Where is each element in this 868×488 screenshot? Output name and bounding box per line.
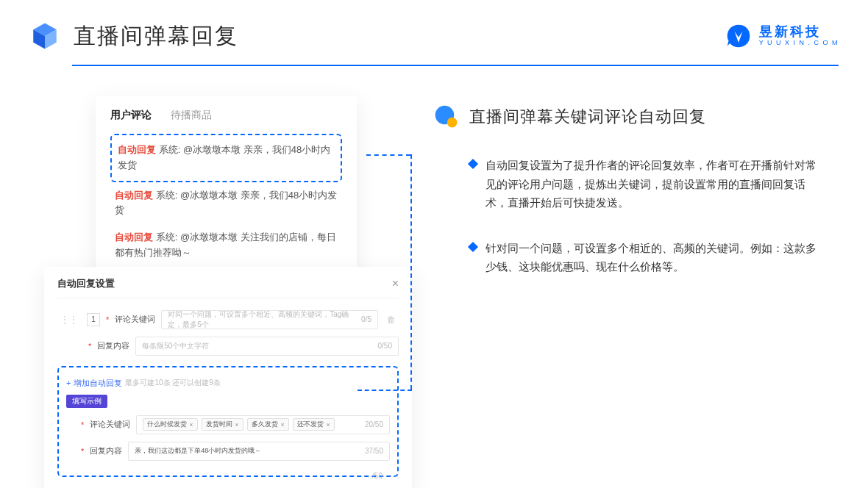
bullet-item: 自动回复设置为了提升作者的评论回复效率，作者可在开播前针对常见的评论用户问题，提… bbox=[434, 156, 839, 212]
keyword-tag[interactable]: 发货时间 bbox=[202, 418, 243, 431]
content-label: 回复内容 bbox=[97, 340, 129, 351]
auto-reply-label: 自动回复 bbox=[115, 232, 153, 243]
keyword-tag[interactable]: 多久发货 bbox=[247, 418, 288, 431]
chat-bubble-icon bbox=[434, 104, 459, 129]
section-title: 直播间弹幕关键词评论自动回复 bbox=[469, 106, 706, 128]
bullet-item: 针对同一个问题，可设置多个相近的、高频的关键词。例如：这款多少钱、这块能优惠吗、… bbox=[434, 239, 839, 276]
tab-user-comments[interactable]: 用户评论 bbox=[110, 109, 152, 122]
counter: 0/50 bbox=[378, 342, 392, 350]
required-star: * bbox=[88, 342, 91, 351]
comment-row: 自动回复 系统: @冰墩墩本墩 亲亲，我们48小时内发货 bbox=[110, 182, 342, 225]
system-label: 系统: bbox=[156, 190, 178, 201]
connector bbox=[410, 154, 412, 390]
system-label: 系统: bbox=[159, 144, 181, 155]
counter: 37/50 bbox=[365, 447, 383, 455]
bullet-text: 自动回复设置为了提升作者的评论回复效率，作者可在开播前针对常见的评论用户问题，提… bbox=[485, 156, 824, 212]
required-star: * bbox=[81, 420, 84, 429]
drag-handle-icon[interactable]: ⋮⋮ bbox=[57, 315, 81, 325]
required-star: * bbox=[106, 315, 109, 324]
add-hint: 最多可建10条 还可以创建9条 bbox=[125, 378, 220, 388]
brand-name: 昱新科技 bbox=[759, 25, 839, 40]
add-auto-reply-link[interactable]: + 增加自动回复 bbox=[66, 378, 122, 389]
svg-point-1 bbox=[447, 118, 458, 128]
comment-row-highlighted: 自动回复 系统: @冰墩墩本墩 亲亲，我们48小时内发货 bbox=[110, 134, 342, 182]
bullet-text: 针对同一个问题，可设置多个相近的、高频的关键词。例如：这款多少钱、这块能优惠吗、… bbox=[485, 239, 824, 276]
sample-keyword-input: 什么时候发货 发货时间 多久发货 还不发货 20/50 bbox=[136, 415, 390, 434]
page-title: 直播间弹幕回复 bbox=[74, 21, 238, 51]
outer-counter: /50 bbox=[372, 472, 383, 480]
example-block: + 增加自动回复 最多可建10条 还可以创建9条 填写示例 * 评论关键词 什么… bbox=[57, 366, 399, 477]
comment-row: 自动回复 系统: @冰墩墩本墩 关注我们的店铺，每日都有热门推荐呦～ bbox=[110, 224, 342, 267]
tab-pending-goods[interactable]: 待播商品 bbox=[171, 109, 212, 122]
delete-icon[interactable]: 🗑 bbox=[384, 315, 399, 325]
auto-reply-label: 自动回复 bbox=[118, 144, 156, 155]
connector bbox=[366, 154, 410, 156]
brand-url: Y U U X I N . C O M bbox=[759, 40, 839, 47]
connector bbox=[357, 390, 412, 391]
sample-content-input: 亲，我们这边都是下单48小时内发货的哦～ 37/50 bbox=[128, 442, 390, 461]
counter: 20/50 bbox=[365, 420, 383, 428]
cube-icon bbox=[29, 21, 60, 51]
keyword-label: 评论关键词 bbox=[115, 314, 155, 325]
row-number: 1 bbox=[87, 313, 100, 326]
brand-icon bbox=[725, 23, 752, 49]
placeholder: 对同一个问题，可设置多个相近、高频的关键词，Tag确定，最多5个 bbox=[168, 309, 361, 330]
required-star: * bbox=[81, 447, 84, 456]
diamond-icon bbox=[468, 241, 478, 251]
auto-reply-settings-panel: 自动回复设置 × ⋮⋮ 1 * 评论关键词 对同一个问题，可设置多个相近、高频的… bbox=[44, 267, 412, 488]
keyword-input[interactable]: 对同一个问题，可设置多个相近、高频的关键词，Tag确定，最多5个 0/5 bbox=[161, 310, 378, 329]
keyword-tag[interactable]: 什么时候发货 bbox=[143, 418, 197, 431]
settings-title: 自动回复设置 bbox=[57, 277, 115, 290]
counter: 0/5 bbox=[361, 315, 371, 323]
placeholder: 每条限50个中文字符 bbox=[142, 341, 209, 351]
keyword-label: 评论关键词 bbox=[90, 419, 130, 430]
keyword-tag[interactable]: 还不发货 bbox=[293, 418, 334, 431]
comments-panel: 用户评论 待播商品 自动回复 系统: @冰墩墩本墩 亲亲，我们48小时内发货 自… bbox=[96, 96, 357, 281]
diamond-icon bbox=[468, 159, 478, 169]
auto-reply-label: 自动回复 bbox=[115, 190, 153, 201]
brand-logo: 昱新科技 Y U U X I N . C O M bbox=[725, 23, 839, 49]
sample-content: 亲，我们这边都是下单48小时内发货的哦～ bbox=[135, 446, 261, 456]
content-input[interactable]: 每条限50个中文字符 0/50 bbox=[135, 337, 399, 356]
system-label: 系统: bbox=[156, 232, 178, 243]
content-label: 回复内容 bbox=[90, 445, 122, 456]
close-icon[interactable]: × bbox=[392, 277, 399, 290]
example-badge: 填写示例 bbox=[66, 395, 107, 408]
